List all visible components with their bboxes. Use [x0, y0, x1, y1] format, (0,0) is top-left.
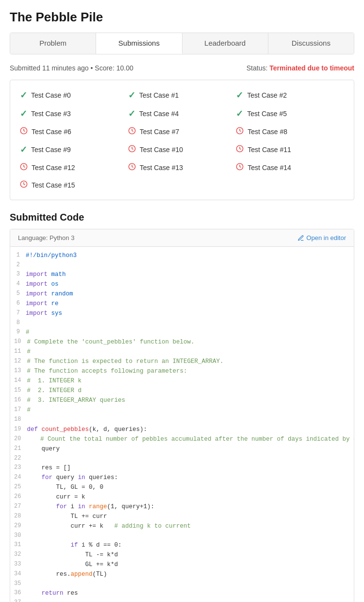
line-number: 37 [10, 598, 27, 602]
line-number: 5 [10, 289, 26, 299]
submitted-code-title: Submitted Code [10, 212, 354, 223]
check-icon: ✓ [128, 108, 135, 119]
line-code: for query in queries: [27, 473, 118, 482]
code-line: 28 TL += curr [10, 512, 354, 521]
check-icon: ✓ [236, 90, 243, 101]
code-line: 4import os [10, 279, 354, 289]
line-number: 34 [10, 569, 27, 579]
test-case-label: Test Case #0 [31, 91, 71, 99]
line-code: res = [] [27, 463, 70, 473]
line-code: if i % d == 0: [27, 540, 121, 550]
tab-leaderboard[interactable]: Leaderboard [182, 33, 268, 54]
submission-info-bar: Submitted 11 minutes ago • Score: 10.00 … [10, 64, 354, 72]
line-code: curr = k [27, 492, 85, 502]
timeout-icon [128, 163, 136, 172]
test-case-item: Test Case #6 [20, 125, 128, 138]
language-label: Language: Python 3 [18, 234, 74, 241]
test-case-item: Test Case #10 [128, 142, 236, 157]
line-number: 12 [10, 357, 27, 366]
test-case-label: Test Case #14 [248, 164, 291, 172]
line-code: TL -= k*d [27, 550, 118, 560]
code-line: 8 [10, 318, 354, 327]
code-line: 16# 3. INTEGER_ARRAY queries [10, 396, 354, 405]
test-case-label: Test Case #1 [139, 91, 179, 99]
line-number: 1 [10, 251, 26, 260]
open-editor-button[interactable]: Open in editor [298, 234, 346, 241]
test-case-item: Test Case #13 [128, 161, 236, 174]
tab-discussions[interactable]: Discussions [268, 33, 354, 54]
test-case-item: ✓Test Case #0 [20, 88, 128, 103]
code-line: 6import re [10, 299, 354, 309]
line-number: 20 [10, 434, 26, 444]
line-code: curr += k # adding k to current [27, 521, 191, 531]
test-case-item: ✓Test Case #2 [236, 88, 344, 103]
line-number: 32 [10, 550, 27, 560]
tab-problem[interactable]: Problem [10, 33, 96, 54]
code-line: 3import math [10, 270, 354, 279]
line-code: res.append(TL) [27, 569, 107, 579]
line-number: 4 [10, 279, 26, 289]
code-line: 21 query [10, 444, 354, 454]
test-case-label: Test Case #8 [248, 128, 287, 136]
code-line: 35 [10, 579, 354, 588]
line-code: # The function accepts following paramet… [27, 366, 187, 376]
line-code: # Complete the 'count_pebbles' function … [27, 337, 194, 347]
line-number: 27 [10, 502, 27, 512]
timeout-icon [236, 127, 244, 137]
line-number: 11 [10, 347, 27, 357]
test-case-label: Test Case #2 [247, 91, 287, 99]
test-case-label: Test Case #4 [139, 110, 179, 118]
code-header: Language: Python 3 Open in editor [10, 229, 354, 247]
page-title: The Pebble Pile [10, 10, 354, 25]
line-code: import random [26, 289, 73, 299]
line-number: 31 [10, 540, 27, 550]
timeout-icon [20, 180, 28, 190]
code-line: 22 [10, 454, 354, 463]
editor-icon [298, 235, 304, 241]
line-code: #!/bin/python3 [26, 251, 77, 260]
line-number: 29 [10, 521, 27, 531]
line-number: 36 [10, 588, 27, 598]
line-number: 26 [10, 492, 27, 502]
test-case-item: Test Case #8 [236, 125, 344, 138]
line-number: 30 [10, 531, 27, 540]
test-case-item: ✓Test Case #5 [236, 106, 344, 121]
line-code: # [26, 327, 30, 337]
test-case-label: Test Case #13 [140, 164, 183, 172]
line-code: import re [26, 299, 59, 309]
line-code: # [27, 347, 31, 357]
check-icon: ✓ [20, 108, 27, 119]
code-line: 26 curr = k [10, 492, 354, 502]
code-line: 27 for i in range(1, query+1): [10, 502, 354, 512]
timeout-icon [236, 145, 244, 155]
code-line: 29 curr += k # adding k to current [10, 521, 354, 531]
test-cases-box: ✓Test Case #0✓Test Case #1✓Test Case #2✓… [10, 80, 354, 200]
line-number: 17 [10, 405, 27, 415]
code-line: 15# 2. INTEGER d [10, 386, 354, 396]
code-line: 1#!/bin/python3 [10, 251, 354, 260]
line-number: 13 [10, 366, 27, 376]
line-number: 10 [10, 337, 27, 347]
test-case-label: Test Case #15 [32, 181, 75, 189]
code-line: 25 TL, GL = 0, 0 [10, 482, 354, 492]
test-case-label: Test Case #5 [247, 110, 287, 118]
line-number: 2 [10, 260, 26, 270]
check-icon: ✓ [20, 144, 27, 155]
tab-submissions[interactable]: Submissions [96, 33, 182, 54]
code-line: 5import random [10, 289, 354, 299]
code-line: 10# Complete the 'count_pebbles' functio… [10, 337, 354, 347]
code-line: 34 res.append(TL) [10, 569, 354, 579]
test-case-item: ✓Test Case #9 [20, 142, 128, 157]
line-number: 6 [10, 299, 26, 309]
line-code: import math [26, 270, 66, 279]
line-code: # Count the total number of pebbles accu… [26, 434, 354, 444]
test-case-label: Test Case #10 [140, 146, 183, 154]
test-case-item: Test Case #14 [236, 161, 344, 174]
code-line: 30 [10, 531, 354, 540]
code-content: 1#!/bin/python323import math4import os5i… [10, 247, 354, 602]
test-case-item: ✓Test Case #4 [128, 106, 236, 121]
submission-meta: Submitted 11 minutes ago • Score: 10.00 [10, 64, 133, 72]
test-cases-grid: ✓Test Case #0✓Test Case #1✓Test Case #2✓… [20, 88, 344, 192]
line-code: TL += curr [27, 512, 107, 521]
code-line: 17# [10, 405, 354, 415]
